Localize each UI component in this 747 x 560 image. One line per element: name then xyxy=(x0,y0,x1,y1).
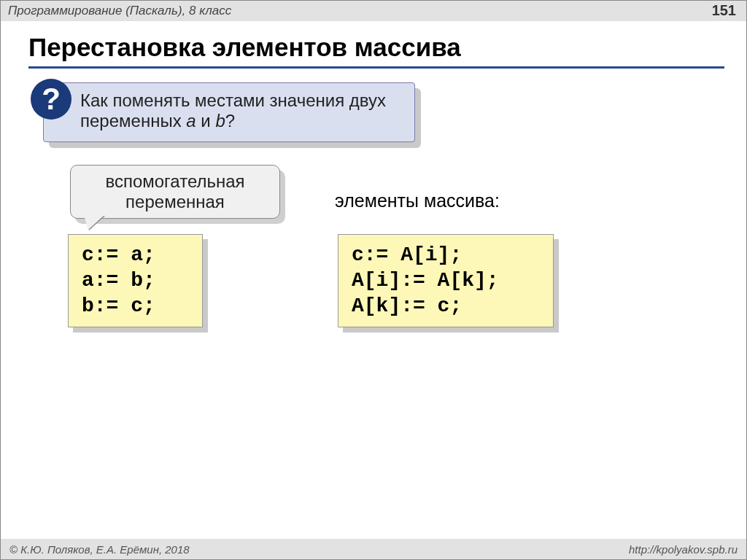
header-bar: Программирование (Паскаль), 8 класс 151 xyxy=(1,1,746,21)
page-number: 151 xyxy=(712,2,736,19)
helper-label: вспомогательная переменная xyxy=(105,171,244,212)
code-block-right: c:= A[i]; A[i]:= A[k]; A[k]:= c; xyxy=(338,234,554,327)
code-right-content: c:= A[i]; A[i]:= A[k]; A[k]:= c; xyxy=(338,234,554,327)
slide-heading: Перестановка элементов массива xyxy=(28,33,724,69)
footer-bar: © К.Ю. Поляков, Е.А. Ерёмин, 2018 http:/… xyxy=(1,539,746,559)
footer-copyright: © К.Ю. Поляков, Е.А. Ерёмин, 2018 xyxy=(9,543,190,556)
question-text-and: и xyxy=(196,111,216,131)
question-var-b: b xyxy=(215,111,225,131)
code-block-left: c:= a; a:= b; b:= c; xyxy=(68,234,203,327)
helper-tail-icon xyxy=(84,215,104,230)
slide: Программирование (Паскаль), 8 класс 151 … xyxy=(0,0,747,560)
question-var-a: a xyxy=(186,111,196,131)
footer-url: http://kpolyakov.spb.ru xyxy=(629,543,738,556)
header-title: Программирование (Паскаль), 8 класс xyxy=(8,4,231,18)
code-left-content: c:= a; a:= b; b:= c; xyxy=(68,234,203,327)
question-text: Как поменять местами значения двух перем… xyxy=(80,90,404,131)
question-text-q: ? xyxy=(225,111,235,131)
question-icon: ? xyxy=(31,79,71,120)
question-callout: ? Как поменять местами значения двух пер… xyxy=(43,82,415,142)
question-box: ? Как поменять местами значения двух пер… xyxy=(43,82,415,142)
helper-box: вспомогательная переменная xyxy=(70,165,280,219)
slide-heading-text: Перестановка элементов массива xyxy=(28,33,724,62)
array-elements-label: элементы массива: xyxy=(335,190,500,211)
helper-callout: вспомогательная переменная xyxy=(70,165,280,219)
